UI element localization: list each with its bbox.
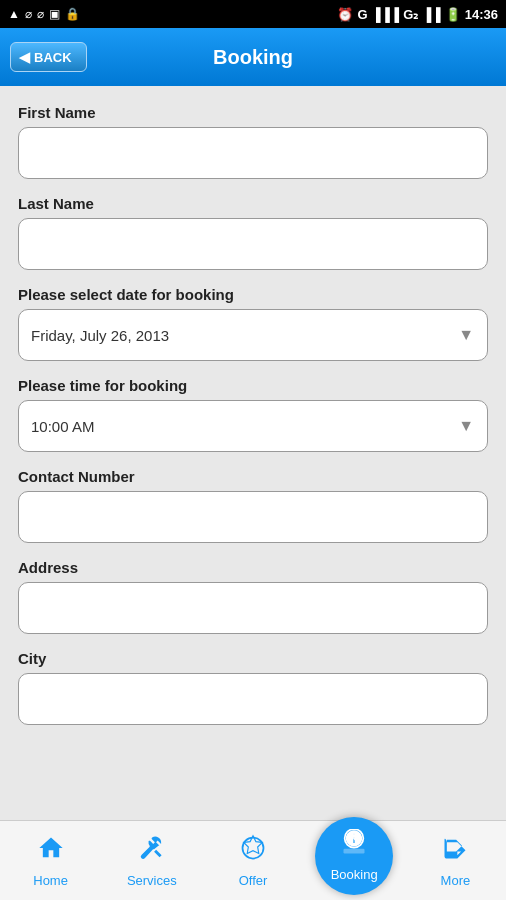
- date-select-wrapper: Friday, July 26, 2013 ▼: [18, 309, 488, 361]
- back-arrow-icon: ◀: [19, 49, 30, 65]
- nav-offer-label: Offer: [239, 873, 268, 888]
- date-group: Please select date for booking Friday, J…: [18, 286, 488, 361]
- address-label: Address: [18, 559, 488, 576]
- time-select[interactable]: 10:00 AM: [18, 400, 488, 452]
- more-icon: [441, 834, 469, 869]
- nav-more-label: More: [441, 873, 471, 888]
- status-icons-left: ▲ ⌀ ⌀ ▣ 🔒: [8, 7, 80, 21]
- bottom-nav: Home Services Offer: [0, 820, 506, 900]
- first-name-input[interactable]: [18, 127, 488, 179]
- back-button[interactable]: ◀ BACK: [10, 42, 87, 72]
- city-input[interactable]: [18, 673, 488, 725]
- signal-text1: G: [357, 7, 367, 22]
- status-bar: ▲ ⌀ ⌀ ▣ 🔒 ⏰ G ▐▐▐ G₂ ▐▐ 🔋 14:36: [0, 0, 506, 28]
- time-select-wrapper: 10:00 AM ▼: [18, 400, 488, 452]
- form-container: First Name Last Name Please select date …: [0, 86, 506, 820]
- date-label: Please select date for booking: [18, 286, 488, 303]
- address-input[interactable]: [18, 582, 488, 634]
- city-label: City: [18, 650, 488, 667]
- usb-icon2: ⌀: [37, 7, 44, 21]
- status-icons-right: ⏰ G ▐▐▐ G₂ ▐▐ 🔋 14:36: [337, 7, 498, 22]
- nav-offer[interactable]: Offer: [202, 821, 303, 900]
- header: ◀ BACK Booking: [0, 28, 506, 86]
- nav-more[interactable]: More: [405, 821, 506, 900]
- battery-icon: 🔋: [445, 7, 461, 22]
- nav-booking-label: Booking: [331, 867, 378, 882]
- nav-services-label: Services: [127, 873, 177, 888]
- last-name-label: Last Name: [18, 195, 488, 212]
- last-name-group: Last Name: [18, 195, 488, 270]
- alarm-icon: ⏰: [337, 7, 353, 22]
- nav-home[interactable]: Home: [0, 821, 101, 900]
- last-name-input[interactable]: [18, 218, 488, 270]
- city-group: City: [18, 650, 488, 725]
- svg-rect-2: [344, 849, 365, 854]
- lock-icon: 🔒: [65, 7, 80, 21]
- back-button-label: BACK: [34, 50, 72, 65]
- home-icon: [37, 834, 65, 869]
- first-name-label: First Name: [18, 104, 488, 121]
- services-icon: [138, 834, 166, 869]
- contact-input[interactable]: [18, 491, 488, 543]
- svg-point-0: [243, 837, 264, 858]
- contact-group: Contact Number: [18, 468, 488, 543]
- time-display: 14:36: [465, 7, 498, 22]
- time-group: Please time for booking 10:00 AM ▼: [18, 377, 488, 452]
- contact-label: Contact Number: [18, 468, 488, 485]
- nav-booking-circle: Booking: [315, 817, 393, 895]
- nav-home-label: Home: [33, 873, 68, 888]
- time-label: Please time for booking: [18, 377, 488, 394]
- image-icon: ▣: [49, 7, 60, 21]
- first-name-group: First Name: [18, 104, 488, 179]
- nav-services[interactable]: Services: [101, 821, 202, 900]
- signal-text2: G₂: [403, 7, 418, 22]
- signal-bars2: ▐▐: [422, 7, 440, 22]
- date-select[interactable]: Friday, July 26, 2013: [18, 309, 488, 361]
- page-title: Booking: [213, 46, 293, 69]
- booking-icon: [340, 829, 368, 864]
- signal-bars1: ▐▐▐: [372, 7, 400, 22]
- nav-booking[interactable]: Booking: [304, 821, 405, 900]
- offer-icon: [239, 834, 267, 869]
- usb-icon1: ⌀: [25, 7, 32, 21]
- address-group: Address: [18, 559, 488, 634]
- android-icon: ▲: [8, 7, 20, 21]
